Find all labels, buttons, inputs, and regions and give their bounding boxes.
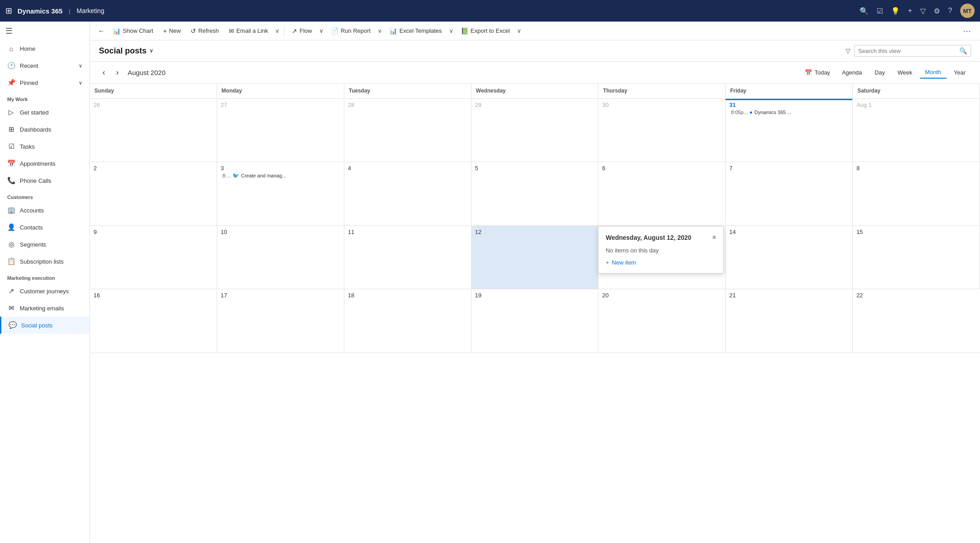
table-row[interactable]: 16 xyxy=(90,289,217,353)
bulb-icon[interactable]: 💡 xyxy=(891,7,900,15)
table-row[interactable]: 29 xyxy=(472,99,599,163)
section-my-work: My Work xyxy=(0,91,89,104)
run-report-button[interactable]: 📄 Run Report xyxy=(326,25,375,37)
refresh-button[interactable]: ↺ Refresh xyxy=(186,25,223,37)
table-row[interactable]: 22 xyxy=(853,289,980,353)
table-row[interactable]: 7 xyxy=(726,162,853,226)
table-row[interactable]: 30 xyxy=(598,99,726,163)
table-row[interactable]: 31 8:05p... ● Dynamics 365 ... xyxy=(726,99,853,163)
table-row[interactable]: 11 xyxy=(344,226,472,290)
settings-icon[interactable]: ⚙ xyxy=(934,7,940,15)
popup-new-item-button[interactable]: + New item xyxy=(606,259,716,266)
email-link-chevron[interactable]: ∨ xyxy=(273,25,281,37)
sidebar-item-appointments[interactable]: 📅 Appointments xyxy=(0,155,89,172)
table-row[interactable]: 27 xyxy=(217,99,344,163)
search-input[interactable] xyxy=(858,48,957,54)
cal-next-button[interactable]: › xyxy=(112,66,122,79)
table-row[interactable]: 20 xyxy=(598,289,726,353)
sidebar-item-get-started[interactable]: ▷ Get started xyxy=(0,104,89,121)
day-number: 22 xyxy=(856,292,863,299)
excel-templates-chevron[interactable]: ∨ xyxy=(447,25,455,37)
table-row[interactable]: 8 xyxy=(853,162,980,226)
table-row[interactable]: Aug 1 xyxy=(853,99,980,163)
table-row[interactable]: 18 xyxy=(344,289,472,353)
sidebar-item-tasks[interactable]: ☑ Tasks xyxy=(0,138,89,155)
sidebar-item-accounts[interactable]: 🏢 Accounts xyxy=(0,202,89,219)
search-icon[interactable]: 🔍 xyxy=(860,7,869,15)
table-row[interactable]: 12 Wednesday, August 12, 2020 × No items… xyxy=(472,226,599,290)
email-link-label: Email a Link xyxy=(236,27,268,34)
export-excel-button[interactable]: 📗 Export to Excel xyxy=(456,25,514,37)
excel-templates-button[interactable]: 📊 Excel Templates xyxy=(385,25,446,37)
sidebar-item-social-posts[interactable]: 💬 Social posts xyxy=(0,317,89,334)
sidebar-item-pinned[interactable]: 📌 Pinned ∨ xyxy=(0,74,89,91)
month-view-button[interactable]: Month xyxy=(920,66,947,79)
search-icon[interactable]: 🔍 xyxy=(959,47,967,54)
sidebar-item-label: Accounts xyxy=(20,207,44,214)
sidebar-item-customer-journeys[interactable]: ↗ Customer journeys xyxy=(0,283,89,300)
journey-icon: ↗ xyxy=(7,287,15,295)
export-excel-chevron[interactable]: ∨ xyxy=(515,25,523,37)
new-icon: + xyxy=(163,27,167,35)
check-icon[interactable]: ☑ xyxy=(877,7,883,15)
segments-icon: ◎ xyxy=(7,240,15,248)
popup-close-button[interactable]: × xyxy=(712,234,716,242)
view-title[interactable]: Social posts ∨ xyxy=(99,46,153,56)
calendar-event[interactable]: 8:... 🐦 Create and manag... xyxy=(221,172,340,180)
add-icon[interactable]: + xyxy=(908,7,912,15)
new-button[interactable]: + New xyxy=(159,25,185,37)
table-row[interactable]: 4 xyxy=(344,162,472,226)
more-actions-icon[interactable]: ⋯ xyxy=(959,26,975,36)
table-row[interactable]: 5 xyxy=(472,162,599,226)
sidebar-item-recent[interactable]: 🕐 Recent ∨ xyxy=(0,57,89,74)
table-row[interactable]: 9 xyxy=(90,226,217,290)
run-report-chevron[interactable]: ∨ xyxy=(376,25,384,37)
grid-icon[interactable]: ⊞ xyxy=(5,6,12,16)
day-number: 5 xyxy=(475,165,478,172)
flow-button[interactable]: ↗ Flow xyxy=(287,25,316,37)
table-row[interactable]: 2 xyxy=(90,162,217,226)
sidebar-item-subscription-lists[interactable]: 📋 Subscription lists xyxy=(0,253,89,270)
table-row[interactable]: 19 xyxy=(472,289,599,353)
sidebar: ☰ ⌂ Home 🕐 Recent ∨ 📌 Pinned ∨ My Work ▷… xyxy=(0,22,90,543)
table-row[interactable]: 6 xyxy=(598,162,726,226)
table-row[interactable]: 15 xyxy=(853,226,980,290)
flow-chevron[interactable]: ∨ xyxy=(317,25,325,37)
table-row[interactable]: 10 xyxy=(217,226,344,290)
table-row[interactable]: 17 xyxy=(217,289,344,353)
day-view-button[interactable]: Day xyxy=(869,67,890,78)
sidebar-collapse-button[interactable]: ☰ xyxy=(0,22,89,40)
social-icon: 💬 xyxy=(9,321,17,329)
sidebar-item-label: Get started xyxy=(20,109,49,116)
table-row[interactable]: 14 xyxy=(726,226,853,290)
show-chart-button[interactable]: 📊 Show Chart xyxy=(108,25,158,37)
filter-icon[interactable]: ▽ xyxy=(920,7,926,15)
table-row[interactable]: 3 8:... 🐦 Create and manag... xyxy=(217,162,344,226)
sidebar-item-phone-calls[interactable]: 📞 Phone Calls xyxy=(0,172,89,189)
sidebar-item-label: Tasks xyxy=(20,143,35,150)
play-icon: ▷ xyxy=(7,108,15,116)
view-title-text: Social posts xyxy=(99,46,147,56)
year-view-button[interactable]: Year xyxy=(949,67,971,78)
calendar-nav: ‹ › August 2020 xyxy=(99,66,165,79)
cal-prev-button[interactable]: ‹ xyxy=(99,66,109,79)
sidebar-item-contacts[interactable]: 👤 Contacts xyxy=(0,219,89,236)
avatar[interactable]: MT xyxy=(960,4,975,18)
back-button[interactable]: ← xyxy=(95,24,107,37)
sidebar-item-marketing-emails[interactable]: ✉ Marketing emails xyxy=(0,300,89,317)
help-icon[interactable]: ? xyxy=(948,7,952,15)
table-row[interactable]: 28 xyxy=(344,99,472,163)
sidebar-item-segments[interactable]: ◎ Segments xyxy=(0,236,89,253)
week-view-button[interactable]: Week xyxy=(892,67,918,78)
today-button[interactable]: 📅 Today xyxy=(800,67,835,78)
calendar-event[interactable]: 8:05p... ● Dynamics 365 ... xyxy=(729,108,849,116)
day-number: Aug 1 xyxy=(856,102,872,108)
sidebar-item-home[interactable]: ⌂ Home xyxy=(0,40,89,57)
agenda-view-button[interactable]: Agenda xyxy=(837,67,868,78)
sidebar-item-dashboards[interactable]: ⊞ Dashboards xyxy=(0,121,89,138)
email-link-button[interactable]: ✉ Email a Link xyxy=(224,25,273,37)
view-filter-icon[interactable]: ▽ xyxy=(846,47,851,54)
event-label: Dynamics 365 ... xyxy=(754,110,791,115)
table-row[interactable]: 26 xyxy=(90,99,217,163)
table-row[interactable]: 21 xyxy=(726,289,853,353)
